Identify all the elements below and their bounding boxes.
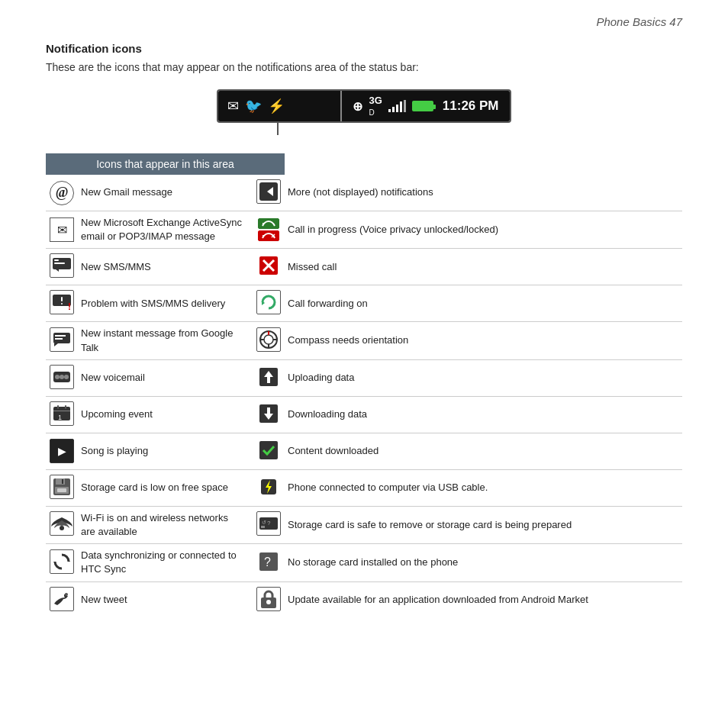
left-icon-cell: @ <box>46 175 78 211</box>
svg-rect-35 <box>57 405 59 409</box>
right-desc-cell: Downloading data <box>285 396 682 433</box>
svg-rect-12 <box>61 297 63 301</box>
svg-rect-43 <box>62 479 63 484</box>
right-icon-cell <box>253 396 285 433</box>
svg-point-59 <box>266 600 271 604</box>
svg-rect-36 <box>65 405 66 409</box>
bird-icon: 🐦 <box>245 98 262 114</box>
svg-rect-34 <box>53 411 70 411</box>
left-desc-cell: New SMS/MMS <box>78 249 246 285</box>
svg-marker-19 <box>54 343 58 346</box>
usb-icon: ⚡ <box>268 98 285 114</box>
right-desc-cell: Missed call <box>285 249 682 285</box>
bar4 <box>400 101 402 112</box>
left-desc-cell: Data synchronizing or connected to HTC S… <box>78 544 246 581</box>
svg-text:?: ? <box>267 520 271 527</box>
svg-rect-18 <box>55 338 63 340</box>
statusbar-right: ⊕ 3GD 11:26 PM <box>342 89 509 123</box>
bar3 <box>396 105 398 112</box>
right-icon-cell: ? <box>253 544 285 581</box>
left-icon-cell: ! <box>46 285 78 322</box>
left-desc-cell: Wi-Fi is on and wireless networks are av… <box>78 506 246 543</box>
table-row: ✉New Microsoft Exchange ActiveSync email… <box>46 211 682 249</box>
right-desc-cell: Storage card is safe to remove or storag… <box>285 506 682 543</box>
left-desc-cell: New tweet <box>78 581 246 618</box>
svg-rect-45 <box>57 488 66 492</box>
right-desc-cell: Call forwarding on <box>285 285 682 322</box>
col-divider <box>246 433 253 469</box>
bar1 <box>388 109 391 112</box>
svg-rect-6 <box>54 263 65 264</box>
right-desc-cell: Call in progress (Voice privacy unlocked… <box>285 211 682 249</box>
col-divider <box>246 249 253 285</box>
left-desc-cell: Song is playing <box>78 433 246 469</box>
svg-point-21 <box>264 335 273 344</box>
right-desc-cell: More (not displayed) notifications <box>285 175 682 211</box>
col-divider <box>246 211 253 249</box>
svg-point-48 <box>60 526 64 530</box>
time-display: 11:26 PM <box>443 98 499 114</box>
svg-point-30 <box>64 375 69 379</box>
svg-text:?: ? <box>264 556 271 569</box>
right-desc-cell: No storage card installed on the phone <box>285 544 682 581</box>
left-icon-cell <box>46 544 78 581</box>
left-icon-cell: ✉ <box>46 211 78 249</box>
statusbar: ✉ 🐦 ⚡ ⊕ 3GD 11: <box>217 89 511 123</box>
svg-rect-40 <box>259 441 278 459</box>
page-number: Phone Basics 47 <box>46 15 682 28</box>
svg-rect-17 <box>55 335 66 337</box>
left-desc-cell: New voicemail <box>78 359 246 396</box>
right-desc-cell: Content downloaded <box>285 433 682 469</box>
svg-rect-13 <box>61 303 63 304</box>
svg-rect-42 <box>56 478 65 485</box>
svg-text:1: 1 <box>58 414 62 421</box>
svg-marker-7 <box>56 269 59 272</box>
right-icon-cell <box>253 433 285 469</box>
col-divider <box>246 285 253 322</box>
right-icon-cell <box>253 359 285 396</box>
bar5 <box>404 100 406 112</box>
left-icon-cell <box>46 581 78 618</box>
left-icon-cell <box>46 249 78 285</box>
table-row: New instant message from Google TalkComp… <box>46 322 682 359</box>
mail-icon: ✉ <box>227 98 239 114</box>
right-desc-cell: Update available for an application down… <box>285 581 682 618</box>
right-desc-cell: Uploading data <box>285 359 682 396</box>
col-divider <box>246 322 253 359</box>
left-desc-cell: Upcoming event <box>78 396 246 433</box>
col-divider <box>246 469 253 506</box>
table-row: !Problem with SMS/MMS deliveryCall forwa… <box>46 285 682 322</box>
table-row: Data synchronizing or connected to HTC S… <box>46 544 682 581</box>
table-row: Wi-Fi is on and wireless networks are av… <box>46 506 682 543</box>
network-icon: 3GD <box>369 95 382 118</box>
section-title: Notification icons <box>46 42 682 55</box>
col-divider <box>246 581 253 618</box>
svg-text:!: ! <box>68 301 71 312</box>
right-icon-cell <box>253 211 285 249</box>
left-icon-cell: ▶ <box>46 433 78 469</box>
col-divider <box>246 506 253 543</box>
svg-text:↺: ↺ <box>262 520 266 525</box>
svg-point-28 <box>55 375 60 379</box>
table-row: New voicemailUploading data <box>46 359 682 396</box>
left-desc-cell: New Microsoft Exchange ActiveSync email … <box>78 211 246 249</box>
table-header: Icons that appear in this area <box>46 153 285 175</box>
table-row: 1Upcoming eventDownloading data <box>46 396 682 433</box>
right-icon-cell <box>253 469 285 506</box>
col-divider <box>246 175 253 211</box>
table-row: Storage card is low on free spacePhone c… <box>46 469 682 506</box>
table-row: New tweetUpdate available for an applica… <box>46 581 682 618</box>
right-desc-cell: Compass needs orientation <box>285 322 682 359</box>
table-row: New SMS/MMSMissed call <box>46 249 682 285</box>
left-icon-cell <box>46 359 78 396</box>
right-desc-cell: Phone connected to computer via USB cabl… <box>285 469 682 506</box>
left-desc-cell: New instant message from Google Talk <box>78 322 246 359</box>
globe-icon: ⊕ <box>353 99 362 114</box>
table-row: ▶Song is playingContent downloaded <box>46 433 682 469</box>
right-icon-cell: ↺? <box>253 506 285 543</box>
right-icon-cell <box>253 581 285 618</box>
svg-point-29 <box>60 375 64 379</box>
left-icon-cell <box>46 506 78 543</box>
col-divider <box>246 544 253 581</box>
svg-rect-50 <box>261 526 265 528</box>
